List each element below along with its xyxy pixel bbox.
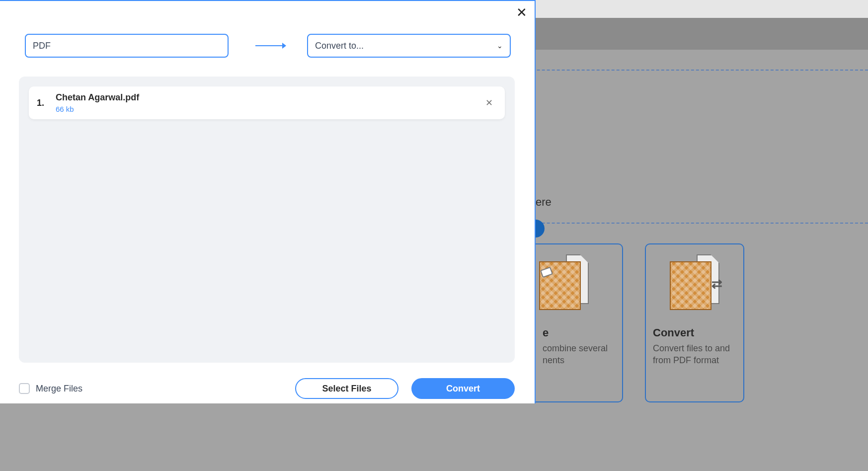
dialog-footer: Merge Files Select Files Convert — [0, 374, 535, 403]
target-format-placeholder: Convert to... — [315, 41, 364, 51]
file-size: 66 kb — [56, 105, 475, 113]
file-list-area: 1. Chetan Agarwal.pdf 66 kb ✕ — [19, 77, 515, 363]
arrow-right-icon — [254, 41, 286, 51]
svg-marker-1 — [282, 43, 286, 49]
source-format-field[interactable]: PDF — [25, 34, 229, 58]
merge-files-checkbox[interactable] — [19, 383, 30, 394]
convert-button[interactable]: Convert — [411, 378, 515, 399]
bg-card-erase-title-fragment: e — [543, 326, 549, 339]
target-format-select[interactable]: Convert to... ⌄ — [307, 34, 511, 58]
close-icon: ✕ — [516, 5, 527, 20]
close-icon: ✕ — [485, 98, 493, 108]
chevron-down-icon: ⌄ — [497, 42, 503, 50]
bg-drop-button-fragment — [536, 220, 545, 237]
file-row: 1. Chetan Agarwal.pdf 66 kb ✕ — [29, 86, 505, 119]
merge-files-label: Merge Files — [36, 384, 82, 394]
file-meta: Chetan Agarwal.pdf 66 kb — [56, 92, 475, 113]
bg-card-convert[interactable]: ⇄ Convert Convert files to and from PDF … — [645, 243, 744, 402]
source-format-value: PDF — [33, 41, 51, 51]
bg-action-cards: e combine several nents ⇄ Convert Conver… — [536, 243, 868, 471]
convert-dialog: ✕ PDF Convert to... ⌄ 1. Chetan Agarwal.… — [0, 0, 536, 403]
bg-card-erase[interactable]: e combine several nents — [536, 243, 623, 402]
close-button[interactable]: ✕ — [515, 5, 529, 19]
file-index: 1. — [37, 98, 48, 108]
bg-card-convert-title: Convert — [653, 326, 694, 339]
bg-card-erase-desc: combine several nents — [543, 342, 608, 367]
erase-icon — [539, 254, 589, 312]
bg-card-convert-desc: Convert files to and from PDF format — [653, 342, 730, 367]
remove-file-button[interactable]: ✕ — [483, 97, 495, 109]
bg-drop-text-fragment: ere — [536, 196, 552, 209]
merge-files-option[interactable]: Merge Files — [19, 383, 82, 394]
convert-icon: ⇄ — [670, 254, 719, 312]
file-name: Chetan Agarwal.pdf — [56, 92, 475, 103]
select-files-button[interactable]: Select Files — [295, 378, 398, 399]
